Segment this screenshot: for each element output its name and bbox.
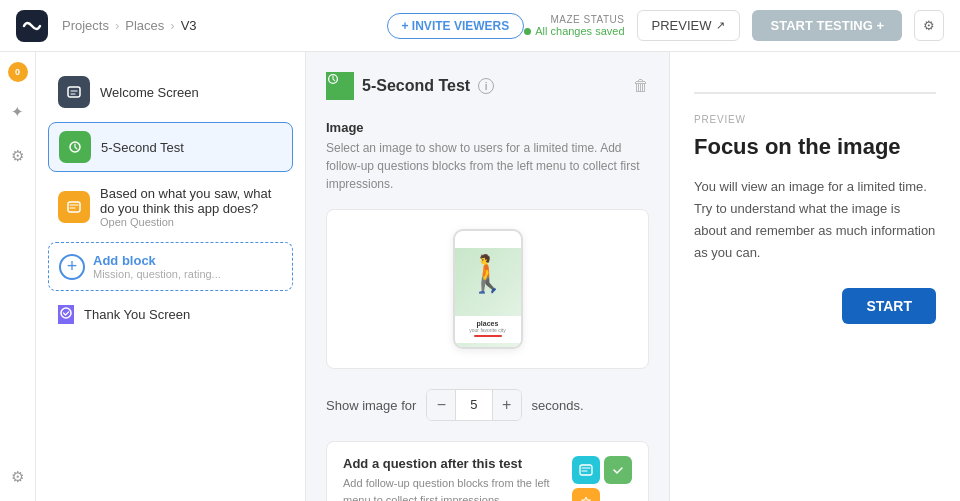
status-dot	[524, 28, 531, 35]
stepper-decrement[interactable]: −	[427, 390, 455, 420]
add-block-icon: +	[59, 254, 85, 280]
welcome-screen-label: Welcome Screen	[100, 85, 199, 100]
phone-mockup: 🚶 places your favorite city	[453, 229, 523, 349]
section-desc: Select an image to show to users for a l…	[326, 139, 649, 193]
trash-icon[interactable]: 🗑	[633, 77, 649, 95]
add-block-sub: Mission, question, rating...	[93, 268, 221, 280]
breadcrumb-places[interactable]: Places	[125, 18, 164, 33]
breadcrumb: Projects › Places › V3	[62, 18, 375, 33]
start-testing-button[interactable]: START TESTING +	[752, 10, 902, 41]
add-question-title: Add a question after this test	[343, 456, 572, 471]
preview-label: PREVIEW	[652, 18, 712, 33]
breadcrumb-projects[interactable]: Projects	[62, 18, 109, 33]
phone-red-line	[474, 335, 502, 337]
image-preview-box[interactable]: 🚶 places your favorite city	[326, 209, 649, 369]
editor-title: 5-Second Test i	[326, 72, 494, 100]
start-button[interactable]: START	[842, 288, 936, 324]
preview-actions: START	[694, 288, 936, 324]
add-question-icons	[572, 456, 632, 501]
add-question-left: Add a question after this test Add follo…	[343, 456, 572, 501]
open-question-text: Based on what you saw, what do you think…	[100, 186, 283, 228]
phone-brand: places	[461, 320, 515, 327]
add-block-item[interactable]: + Add block Mission, question, rating...	[48, 242, 293, 291]
open-question-icon-box	[58, 191, 90, 223]
topbar-right: MAZE STATUS All changes saved PREVIEW ↗ …	[524, 10, 944, 41]
panel-preview: PREVIEW Focus on the image You will view…	[670, 52, 960, 501]
stepper-value: 5	[455, 390, 492, 420]
info-icon[interactable]: i	[478, 78, 494, 94]
external-link-icon: ↗	[716, 19, 725, 32]
seconds-stepper: − 5 +	[426, 389, 521, 421]
gear-icon: ⚙	[923, 18, 935, 33]
topbar: Projects › Places › V3 + INVITE VIEWERS …	[0, 0, 960, 52]
sidebar-icon-settings[interactable]: ⚙	[4, 142, 32, 170]
preview-button[interactable]: PREVIEW ↗	[637, 10, 741, 41]
open-question-title: Based on what you saw, what do you think…	[100, 186, 283, 216]
maze-status-label: MAZE STATUS	[550, 14, 624, 25]
preview-label: PREVIEW	[694, 114, 936, 125]
svg-rect-0	[68, 87, 80, 97]
five-second-test-icon-box	[59, 131, 91, 163]
left-sidebar: 0 ✦ ⚙ ⚙	[0, 52, 36, 501]
logo	[16, 10, 48, 42]
maze-status-value: All changes saved	[524, 25, 624, 37]
welcome-screen-icon-box	[58, 76, 90, 108]
breadcrumb-v3: V3	[181, 18, 197, 33]
preview-desc: You will view an image for a limited tim…	[694, 176, 936, 264]
add-question-box: Add a question after this test Add follo…	[326, 441, 649, 501]
add-question-icons-row1	[572, 456, 632, 484]
section-label: Image	[326, 120, 649, 135]
open-question-item[interactable]: Based on what you saw, what do you think…	[48, 178, 293, 236]
seconds-label: seconds.	[532, 398, 584, 413]
add-block-label: Add block	[93, 253, 221, 268]
start-testing-label: START TESTING +	[770, 18, 884, 33]
breadcrumb-sep1: ›	[115, 18, 119, 33]
breadcrumb-sep2: ›	[170, 18, 174, 33]
thank-you-screen-item[interactable]: Thank You Screen	[48, 297, 293, 332]
preview-tabs	[694, 76, 936, 94]
show-image-for-label: Show image for	[326, 398, 416, 413]
preview-heading: Focus on the image	[694, 133, 936, 162]
open-question-type: Open Question	[100, 216, 283, 228]
q-icon-check[interactable]	[604, 456, 632, 484]
phone-figure: 🚶 places your favorite city	[455, 248, 521, 347]
editor-title-text: 5-Second Test	[362, 77, 470, 95]
svg-rect-5	[580, 465, 592, 475]
panel-editor: 5-Second Test i 🗑 Image Select an image …	[306, 52, 670, 501]
show-image-row: Show image for − 5 + seconds.	[326, 389, 649, 421]
welcome-screen-item[interactable]: Welcome Screen	[48, 68, 293, 116]
q-icon-text[interactable]	[572, 456, 600, 484]
add-question-desc: Add follow-up question blocks from the l…	[343, 475, 572, 501]
sidebar-icon-add[interactable]: ✦	[4, 98, 32, 126]
q-icon-star[interactable]	[572, 488, 600, 501]
phone-sub: your favorite city	[461, 327, 515, 333]
sidebar-dot-counter: 0	[8, 62, 28, 82]
invite-viewers-button[interactable]: + INVITE VIEWERS	[387, 13, 525, 39]
settings-button[interactable]: ⚙	[914, 10, 944, 41]
editor-title-icon	[326, 72, 354, 100]
five-second-test-item[interactable]: 5-Second Test	[48, 122, 293, 172]
editor-header: 5-Second Test i 🗑	[326, 72, 649, 100]
maze-status: MAZE STATUS All changes saved	[524, 14, 624, 37]
thank-you-icon-box	[58, 305, 74, 324]
svg-rect-2	[68, 202, 80, 212]
sidebar-icon-bottom[interactable]: ⚙	[4, 463, 32, 491]
svg-point-3	[61, 308, 71, 318]
main-layout: 0 ✦ ⚙ ⚙ Welcome Screen 5-Second Test	[0, 52, 960, 501]
five-second-test-label: 5-Second Test	[101, 140, 184, 155]
add-block-text: Add block Mission, question, rating...	[93, 253, 221, 280]
panel-blocks: Welcome Screen 5-Second Test Based on wh…	[36, 52, 306, 501]
thank-you-label: Thank You Screen	[84, 307, 190, 322]
stepper-increment[interactable]: +	[493, 390, 521, 420]
add-question-icons-row2	[572, 488, 632, 501]
